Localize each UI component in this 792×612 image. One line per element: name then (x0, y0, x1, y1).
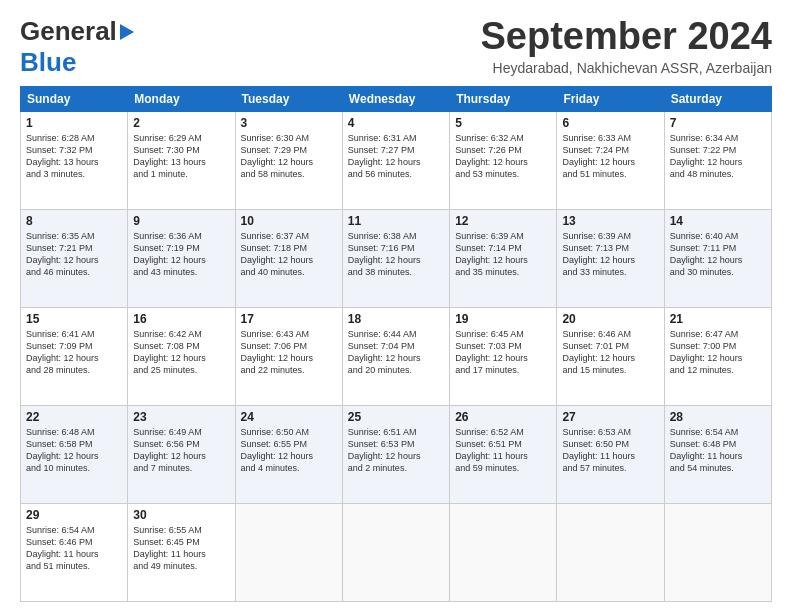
header: General Blue September 2024 Heydarabad, … (20, 16, 772, 78)
day-number: 28 (670, 410, 766, 424)
day-number: 27 (562, 410, 658, 424)
table-row: 17Sunrise: 6:43 AMSunset: 7:06 PMDayligh… (235, 308, 342, 406)
day-info: Sunrise: 6:44 AMSunset: 7:04 PMDaylight:… (348, 328, 444, 377)
day-number: 22 (26, 410, 122, 424)
table-row: 26Sunrise: 6:52 AMSunset: 6:51 PMDayligh… (450, 406, 557, 504)
day-info: Sunrise: 6:48 AMSunset: 6:58 PMDaylight:… (26, 426, 122, 475)
day-info: Sunrise: 6:37 AMSunset: 7:18 PMDaylight:… (241, 230, 337, 279)
day-info: Sunrise: 6:34 AMSunset: 7:22 PMDaylight:… (670, 132, 766, 181)
col-monday: Monday (128, 87, 235, 112)
day-info: Sunrise: 6:31 AMSunset: 7:27 PMDaylight:… (348, 132, 444, 181)
table-row: 24Sunrise: 6:50 AMSunset: 6:55 PMDayligh… (235, 406, 342, 504)
month-title: September 2024 (481, 16, 773, 58)
title-section: September 2024 Heydarabad, Nakhichevan A… (481, 16, 773, 76)
day-info: Sunrise: 6:51 AMSunset: 6:53 PMDaylight:… (348, 426, 444, 475)
day-info: Sunrise: 6:50 AMSunset: 6:55 PMDaylight:… (241, 426, 337, 475)
day-number: 23 (133, 410, 229, 424)
table-row: 18Sunrise: 6:44 AMSunset: 7:04 PMDayligh… (342, 308, 449, 406)
table-row: 27Sunrise: 6:53 AMSunset: 6:50 PMDayligh… (557, 406, 664, 504)
table-row (450, 504, 557, 602)
day-number: 7 (670, 116, 766, 130)
logo: General Blue (20, 16, 134, 78)
table-row (664, 504, 771, 602)
day-info: Sunrise: 6:47 AMSunset: 7:00 PMDaylight:… (670, 328, 766, 377)
day-info: Sunrise: 6:29 AMSunset: 7:30 PMDaylight:… (133, 132, 229, 181)
col-wednesday: Wednesday (342, 87, 449, 112)
day-number: 8 (26, 214, 122, 228)
day-number: 5 (455, 116, 551, 130)
table-row: 14Sunrise: 6:40 AMSunset: 7:11 PMDayligh… (664, 210, 771, 308)
table-row: 9Sunrise: 6:36 AMSunset: 7:19 PMDaylight… (128, 210, 235, 308)
table-row: 12Sunrise: 6:39 AMSunset: 7:14 PMDayligh… (450, 210, 557, 308)
table-row: 21Sunrise: 6:47 AMSunset: 7:00 PMDayligh… (664, 308, 771, 406)
day-number: 26 (455, 410, 551, 424)
day-number: 4 (348, 116, 444, 130)
day-info: Sunrise: 6:45 AMSunset: 7:03 PMDaylight:… (455, 328, 551, 377)
calendar-week-row: 22Sunrise: 6:48 AMSunset: 6:58 PMDayligh… (21, 406, 772, 504)
table-row (557, 504, 664, 602)
col-friday: Friday (557, 87, 664, 112)
table-row: 20Sunrise: 6:46 AMSunset: 7:01 PMDayligh… (557, 308, 664, 406)
day-info: Sunrise: 6:49 AMSunset: 6:56 PMDaylight:… (133, 426, 229, 475)
table-row: 25Sunrise: 6:51 AMSunset: 6:53 PMDayligh… (342, 406, 449, 504)
day-info: Sunrise: 6:42 AMSunset: 7:08 PMDaylight:… (133, 328, 229, 377)
calendar-week-row: 8Sunrise: 6:35 AMSunset: 7:21 PMDaylight… (21, 210, 772, 308)
day-info: Sunrise: 6:53 AMSunset: 6:50 PMDaylight:… (562, 426, 658, 475)
day-info: Sunrise: 6:55 AMSunset: 6:45 PMDaylight:… (133, 524, 229, 573)
day-info: Sunrise: 6:52 AMSunset: 6:51 PMDaylight:… (455, 426, 551, 475)
col-sunday: Sunday (21, 87, 128, 112)
day-info: Sunrise: 6:38 AMSunset: 7:16 PMDaylight:… (348, 230, 444, 279)
table-row: 15Sunrise: 6:41 AMSunset: 7:09 PMDayligh… (21, 308, 128, 406)
day-number: 9 (133, 214, 229, 228)
day-number: 15 (26, 312, 122, 326)
table-row: 13Sunrise: 6:39 AMSunset: 7:13 PMDayligh… (557, 210, 664, 308)
table-row: 16Sunrise: 6:42 AMSunset: 7:08 PMDayligh… (128, 308, 235, 406)
day-number: 11 (348, 214, 444, 228)
day-info: Sunrise: 6:30 AMSunset: 7:29 PMDaylight:… (241, 132, 337, 181)
page: General Blue September 2024 Heydarabad, … (0, 0, 792, 612)
logo-arrow-icon (120, 24, 134, 40)
table-row (342, 504, 449, 602)
table-row: 29Sunrise: 6:54 AMSunset: 6:46 PMDayligh… (21, 504, 128, 602)
logo-general-text: General (20, 16, 117, 47)
calendar-week-row: 29Sunrise: 6:54 AMSunset: 6:46 PMDayligh… (21, 504, 772, 602)
day-info: Sunrise: 6:39 AMSunset: 7:14 PMDaylight:… (455, 230, 551, 279)
day-number: 21 (670, 312, 766, 326)
table-row: 10Sunrise: 6:37 AMSunset: 7:18 PMDayligh… (235, 210, 342, 308)
day-number: 1 (26, 116, 122, 130)
calendar-week-row: 1Sunrise: 6:28 AMSunset: 7:32 PMDaylight… (21, 112, 772, 210)
day-info: Sunrise: 6:41 AMSunset: 7:09 PMDaylight:… (26, 328, 122, 377)
table-row: 19Sunrise: 6:45 AMSunset: 7:03 PMDayligh… (450, 308, 557, 406)
table-row (235, 504, 342, 602)
day-number: 2 (133, 116, 229, 130)
day-info: Sunrise: 6:35 AMSunset: 7:21 PMDaylight:… (26, 230, 122, 279)
day-number: 24 (241, 410, 337, 424)
day-info: Sunrise: 6:39 AMSunset: 7:13 PMDaylight:… (562, 230, 658, 279)
logo-blue-text: Blue (20, 47, 76, 77)
day-number: 20 (562, 312, 658, 326)
day-info: Sunrise: 6:54 AMSunset: 6:46 PMDaylight:… (26, 524, 122, 573)
day-number: 3 (241, 116, 337, 130)
table-row: 8Sunrise: 6:35 AMSunset: 7:21 PMDaylight… (21, 210, 128, 308)
table-row: 7Sunrise: 6:34 AMSunset: 7:22 PMDaylight… (664, 112, 771, 210)
calendar-week-row: 15Sunrise: 6:41 AMSunset: 7:09 PMDayligh… (21, 308, 772, 406)
day-info: Sunrise: 6:28 AMSunset: 7:32 PMDaylight:… (26, 132, 122, 181)
day-info: Sunrise: 6:54 AMSunset: 6:48 PMDaylight:… (670, 426, 766, 475)
col-thursday: Thursday (450, 87, 557, 112)
table-row: 5Sunrise: 6:32 AMSunset: 7:26 PMDaylight… (450, 112, 557, 210)
table-row: 3Sunrise: 6:30 AMSunset: 7:29 PMDaylight… (235, 112, 342, 210)
col-tuesday: Tuesday (235, 87, 342, 112)
day-info: Sunrise: 6:33 AMSunset: 7:24 PMDaylight:… (562, 132, 658, 181)
table-row: 1Sunrise: 6:28 AMSunset: 7:32 PMDaylight… (21, 112, 128, 210)
table-row: 6Sunrise: 6:33 AMSunset: 7:24 PMDaylight… (557, 112, 664, 210)
day-number: 16 (133, 312, 229, 326)
day-number: 29 (26, 508, 122, 522)
table-row: 23Sunrise: 6:49 AMSunset: 6:56 PMDayligh… (128, 406, 235, 504)
table-row: 22Sunrise: 6:48 AMSunset: 6:58 PMDayligh… (21, 406, 128, 504)
day-number: 19 (455, 312, 551, 326)
day-number: 18 (348, 312, 444, 326)
col-saturday: Saturday (664, 87, 771, 112)
day-number: 30 (133, 508, 229, 522)
table-row: 30Sunrise: 6:55 AMSunset: 6:45 PMDayligh… (128, 504, 235, 602)
calendar-table: Sunday Monday Tuesday Wednesday Thursday… (20, 86, 772, 602)
